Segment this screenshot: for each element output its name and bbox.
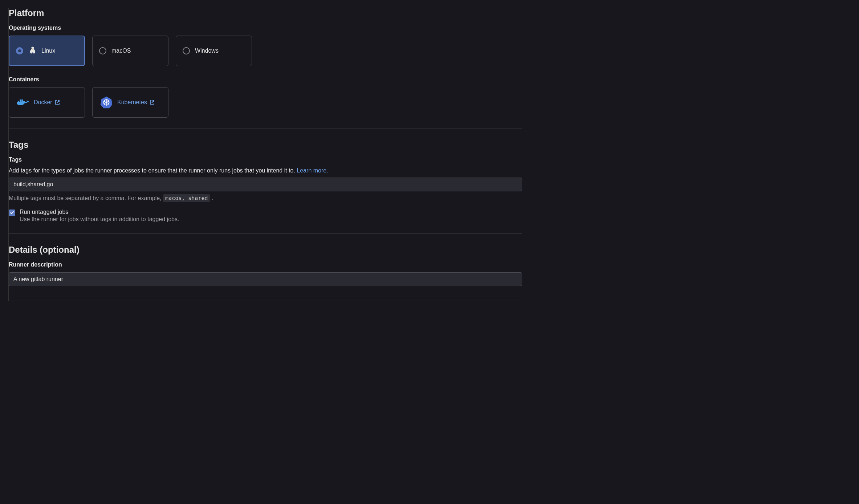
tags-hint: Multiple tags must be separated by a com…: [9, 195, 522, 202]
tags-hint-code: macos, shared: [163, 194, 210, 202]
description-input[interactable]: [9, 272, 522, 286]
os-option-label: Linux: [41, 48, 55, 54]
external-link-icon: [149, 99, 155, 105]
description-label: Runner description: [9, 261, 522, 268]
docker-icon: [16, 97, 30, 108]
linux-icon: [28, 46, 36, 55]
platform-section: Platform Operating systems Linux macOS: [9, 8, 522, 118]
details-heading: Details (optional): [9, 245, 522, 255]
os-option-macos[interactable]: macOS: [92, 36, 168, 66]
run-untagged-label: Run untagged jobs: [20, 209, 179, 215]
svg-rect-6: [21, 99, 23, 101]
svg-point-1: [33, 48, 33, 49]
containers-label: Containers: [9, 76, 522, 83]
divider: [9, 233, 522, 234]
container-label: Kubernetes: [117, 99, 155, 106]
container-option-docker[interactable]: Docker: [9, 87, 85, 118]
os-option-label: Windows: [195, 48, 219, 54]
divider: [9, 129, 522, 129]
radio-icon: [183, 47, 190, 54]
details-section: Details (optional) Runner description: [9, 245, 522, 290]
container-label: Docker: [34, 99, 60, 106]
learn-more-link[interactable]: Learn more.: [297, 167, 328, 174]
container-options: Docker: [9, 87, 522, 118]
os-options: Linux macOS Windows: [9, 36, 522, 66]
divider: [9, 301, 522, 301]
run-untagged-row: Run untagged jobs Use the runner for job…: [9, 209, 522, 223]
kubernetes-icon: [99, 97, 114, 108]
run-untagged-checkbox[interactable]: [9, 210, 15, 216]
tags-input[interactable]: [9, 178, 522, 191]
os-option-windows[interactable]: Windows: [176, 36, 252, 66]
external-link-icon: [54, 99, 60, 105]
radio-selected-icon: [16, 47, 23, 54]
radio-icon: [99, 47, 106, 54]
tags-heading: Tags: [9, 140, 522, 150]
tags-field-label: Tags: [9, 157, 522, 163]
tags-help-text: Add tags for the types of jobs the runne…: [9, 167, 522, 174]
check-icon: [10, 211, 14, 215]
os-label: Operating systems: [9, 25, 522, 31]
svg-rect-5: [20, 99, 21, 101]
os-option-label: macOS: [111, 48, 131, 54]
svg-point-0: [31, 48, 32, 49]
tags-section: Tags Tags Add tags for the types of jobs…: [9, 140, 522, 223]
container-option-kubernetes[interactable]: Kubernetes: [92, 87, 168, 118]
run-untagged-help: Use the runner for jobs without tags in …: [20, 216, 179, 223]
runner-form: Platform Operating systems Linux macOS: [8, 8, 522, 301]
os-option-linux[interactable]: Linux: [9, 36, 85, 66]
platform-heading: Platform: [9, 8, 522, 18]
